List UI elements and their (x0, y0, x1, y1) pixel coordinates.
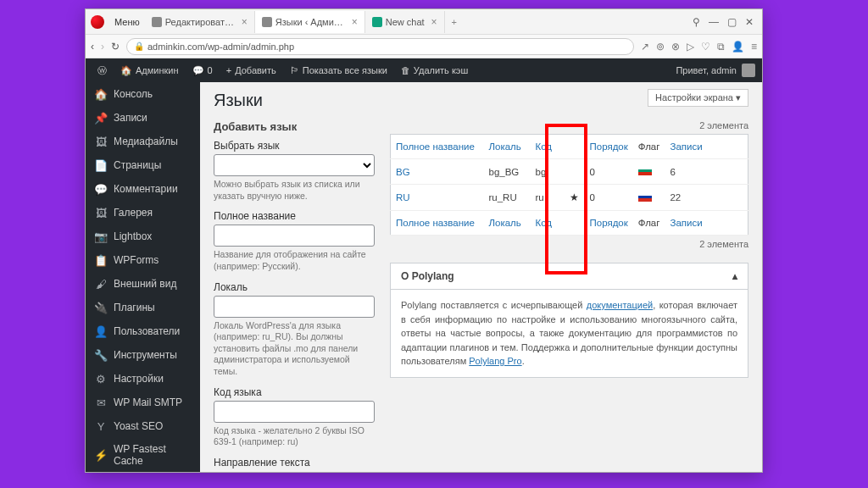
menu-label: Lightbox (114, 230, 152, 242)
col-order[interactable]: Порядок (590, 141, 628, 152)
search-icon[interactable]: ⚲ (693, 16, 700, 28)
table-row: BG bg_BG bg 0 6 (391, 159, 748, 185)
camera-icon[interactable]: ⊚ (656, 41, 665, 53)
site-link[interactable]: 🏠 Админкин (115, 65, 184, 76)
bookmark-icon[interactable]: ♡ (701, 41, 710, 53)
menu-label: Записи (114, 112, 147, 124)
lang-name-link[interactable]: RU (396, 192, 410, 202)
content-area: Настройки экрана ▾ Языки Добавить язык В… (200, 82, 762, 472)
tab-close-icon[interactable]: × (238, 16, 248, 28)
menu-icon: 👤 (94, 324, 108, 338)
nav-forward-icon[interactable]: › (101, 41, 104, 53)
menu-label: Пользователи (114, 325, 180, 337)
flag-icon (638, 166, 652, 175)
col-code[interactable]: Код (536, 218, 553, 228)
screen-options-button[interactable]: Настройки экрана ▾ (648, 89, 748, 107)
lang-posts: 6 (665, 159, 748, 185)
col-order[interactable]: Порядок (590, 218, 628, 228)
browser-menu-button[interactable]: Меню (109, 15, 145, 29)
sidebar-item-консоль[interactable]: 🏠Консоль (86, 82, 200, 106)
documentation-link[interactable]: документацией (587, 300, 653, 310)
menu-icon: 🔧 (94, 348, 108, 362)
menu-icon: 🖌 (94, 277, 108, 291)
address-bar: ‹ › ↻ 🔒 adminkin.com/wp-admin/admin.php … (86, 35, 762, 58)
nav-back-icon[interactable]: ‹ (91, 41, 94, 53)
tab-close-icon[interactable]: × (428, 16, 437, 28)
sidebar-item-wp-mail-smtp[interactable]: ✉WP Mail SMTP (86, 391, 200, 414)
sidebar-item-wp-fastest-cache[interactable]: ⚡WP Fastest Cache (86, 438, 200, 472)
col-name[interactable]: Полное название (396, 218, 475, 228)
sidebar-item-настройки[interactable]: ⚙Настройки (86, 367, 200, 391)
col-posts[interactable]: Записи (670, 218, 702, 228)
opera-logo-icon (91, 15, 104, 29)
fullname-label: Полное название (214, 210, 375, 222)
default-star (565, 159, 585, 185)
col-flag: Флаг (633, 135, 665, 159)
sidebar-item-записи[interactable]: 📌Записи (86, 106, 200, 130)
menu-label: Инструменты (114, 349, 177, 361)
greeting[interactable]: Привет, admin (676, 65, 737, 75)
select-language-dropdown[interactable] (214, 154, 375, 176)
maximize-icon[interactable]: ▢ (727, 16, 737, 28)
sidebar-item-плагины[interactable]: 🔌Плагины (86, 296, 200, 319)
code-desc: Код языка - желательно 2 буквы ISO 639-1… (214, 425, 375, 448)
locale-input[interactable] (214, 296, 375, 318)
reload-icon[interactable]: ↻ (111, 41, 120, 53)
col-code[interactable]: Код (536, 141, 553, 152)
menu-icon[interactable]: ≡ (751, 41, 757, 53)
default-star: ★ (565, 185, 585, 211)
url-input[interactable]: 🔒 adminkin.com/wp-admin/admin.php (126, 38, 634, 55)
fullname-input[interactable] (214, 225, 375, 247)
browser-tab[interactable]: Редактировать запись "Ка… × (145, 11, 255, 33)
menu-icon: 🖼 (94, 206, 108, 219)
add-new-link[interactable]: + Добавить (221, 65, 281, 75)
sidebar-item-wpforms[interactable]: 📋WPForms (86, 248, 200, 272)
sidebar-item-lightbox[interactable]: 📷Lightbox (86, 225, 200, 248)
sidebar-item-инструменты[interactable]: 🔧Инструменты (86, 343, 200, 367)
menu-label: Страницы (114, 159, 161, 171)
col-locale[interactable]: Локаль (489, 141, 521, 152)
about-body: Polylang поставляется с исчерпывающей до… (391, 290, 748, 377)
lang-code: ru (531, 185, 565, 211)
lang-flag (633, 159, 665, 185)
comments-link[interactable]: 💬 0 (187, 65, 218, 76)
menu-label: Yoast SEO (114, 420, 163, 432)
tab-close-icon[interactable]: × (348, 16, 358, 28)
profile-icon[interactable]: 👤 (732, 41, 744, 53)
show-all-languages-link[interactable]: 🏳 Показать все языки (285, 65, 392, 75)
sidebar-item-yoast-seo[interactable]: YYoast SEO (86, 414, 200, 438)
lang-locale: bg_BG (484, 159, 531, 185)
sidebar-item-медиафайлы[interactable]: 🖼Медиафайлы (86, 130, 200, 153)
polylang-pro-link[interactable]: Polylang Pro (469, 356, 521, 366)
new-tab-button[interactable]: + (445, 17, 464, 27)
menu-icon: 📋 (94, 253, 108, 267)
lang-name-link[interactable]: BG (396, 167, 410, 177)
play-icon[interactable]: ▷ (687, 41, 694, 53)
clear-cache-link[interactable]: 🗑 Удалить кэш (396, 65, 473, 75)
vpn-icon[interactable]: ⊗ (671, 41, 680, 53)
sidebar-item-комментарии[interactable]: 💬Комментарии (86, 177, 200, 201)
admin-sidebar: 🏠Консоль📌Записи🖼Медиафайлы📄Страницы💬Комм… (86, 82, 200, 472)
tab-favicon-icon (372, 17, 382, 27)
toggle-box-icon[interactable]: ▴ (732, 270, 737, 282)
minimize-icon[interactable]: — (709, 16, 719, 28)
col-posts[interactable]: Записи (670, 141, 702, 152)
code-input[interactable] (214, 401, 375, 423)
lang-locale: ru_RU (484, 185, 531, 211)
sidebar-item-пользователи[interactable]: 👤Пользователи (86, 319, 200, 343)
extensions-icon[interactable]: ⧉ (717, 41, 725, 53)
sidebar-item-галерея[interactable]: 🖼Галерея (86, 201, 200, 225)
avatar-icon[interactable] (742, 64, 755, 77)
wp-logo-icon[interactable]: ⓦ (92, 64, 112, 77)
about-polylang-box: О Polylang ▴ Polylang поставляется с исч… (390, 263, 748, 378)
share-icon[interactable]: ↗ (641, 41, 649, 53)
close-icon[interactable]: ✕ (745, 16, 754, 28)
col-name[interactable]: Полное название (396, 141, 475, 152)
col-locale[interactable]: Локаль (489, 218, 521, 228)
browser-tab[interactable]: New chat × (365, 11, 445, 33)
browser-tab[interactable]: Языки ‹ Админкин — Wo… × (255, 11, 365, 33)
menu-icon: 🔌 (94, 301, 108, 314)
about-title: О Polylang (401, 270, 454, 282)
sidebar-item-внешний-вид[interactable]: 🖌Внешний вид (86, 272, 200, 296)
sidebar-item-страницы[interactable]: 📄Страницы (86, 153, 200, 177)
